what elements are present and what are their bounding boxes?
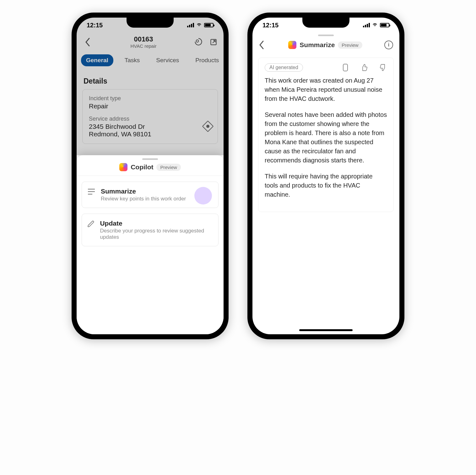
- info-icon[interactable]: i: [384, 41, 393, 49]
- service-address-label: Service address: [89, 116, 211, 122]
- summary-body: This work order was created on Aug 27 wh…: [265, 76, 387, 199]
- details-heading: Details: [77, 71, 224, 89]
- open-external-icon[interactable]: [209, 38, 218, 46]
- sheet-title: Copilot: [131, 163, 153, 171]
- screen-right: 12:15 Summarize Preview i: [252, 18, 399, 334]
- home-indicator[interactable]: [299, 329, 353, 331]
- phone-right: 12:15 Summarize Preview i: [247, 13, 404, 339]
- copilot-icon[interactable]: [194, 38, 203, 46]
- wifi-icon: [196, 23, 202, 28]
- page-subtitle: HVAC repair: [95, 43, 192, 49]
- back-button[interactable]: [82, 36, 93, 48]
- tab-general[interactable]: General: [81, 54, 113, 66]
- status-time: 12:15: [87, 22, 103, 29]
- address-line-1: 2345 Birchwood Dr: [89, 123, 211, 130]
- tab-tasks[interactable]: Tasks: [120, 54, 145, 66]
- details-card: Incident type Repair Service address 234…: [82, 89, 218, 144]
- summarize-title: Summarize: [101, 188, 186, 195]
- copy-icon[interactable]: [341, 63, 349, 72]
- summary-icon: [87, 188, 96, 195]
- page-title: 00163: [95, 35, 192, 43]
- summarize-page-title: Summarize: [300, 41, 335, 49]
- summary-card: AI generated Thi: [258, 57, 394, 212]
- pencil-icon: [87, 220, 95, 228]
- battery-icon: [204, 23, 214, 27]
- address-line-2: Redmond, WA 98101: [89, 130, 211, 138]
- sheet-drag-handle[interactable]: [142, 158, 158, 160]
- update-action[interactable]: Update Describe your progress to review …: [82, 214, 219, 246]
- preview-chip: Preview: [156, 164, 181, 171]
- signal-icon: [187, 23, 194, 27]
- summarize-subtitle: Review key points in this work order: [101, 196, 186, 202]
- signal-icon: [363, 23, 370, 27]
- tab-products[interactable]: Products: [190, 54, 224, 66]
- status-bar: 12:15: [77, 18, 224, 33]
- incident-type-value: Repair: [89, 102, 211, 110]
- tab-bar: General Tasks Services Products Tir: [77, 50, 224, 71]
- preview-chip: Preview: [338, 41, 362, 49]
- summarize-action[interactable]: Summarize Review key points in this work…: [82, 182, 219, 208]
- tab-services[interactable]: Services: [151, 54, 184, 66]
- thumbs-up-icon[interactable]: [360, 63, 368, 72]
- battery-icon: [380, 23, 389, 27]
- status-bar: 12:15: [252, 18, 399, 33]
- copilot-sheet: Copilot Preview Summarize Review key poi…: [77, 155, 224, 334]
- ai-generated-chip: AI generated: [265, 63, 303, 72]
- update-title: Update: [100, 220, 213, 227]
- nav-header: 00163 HVAC repair: [77, 33, 224, 50]
- status-time: 12:15: [262, 22, 279, 29]
- incident-type-label: Incident type: [89, 95, 211, 102]
- summary-paragraph: This work order was created on Aug 27 wh…: [265, 76, 387, 103]
- copilot-logo-icon: [119, 163, 127, 171]
- thumbs-down-icon[interactable]: [379, 63, 387, 72]
- copilot-logo-icon: [288, 41, 296, 49]
- summarize-header: Summarize Preview i: [252, 36, 399, 52]
- update-subtitle: Describe your progress to review suggest…: [100, 228, 213, 240]
- phone-left: 12:15 00163 HVAC repair: [72, 13, 229, 339]
- svg-rect-4: [343, 64, 348, 71]
- svg-point-0: [196, 40, 198, 42]
- summary-paragraph: Several notes have been added with photo…: [265, 110, 387, 165]
- wifi-icon: [372, 23, 378, 28]
- status-icons: [363, 23, 389, 28]
- status-icons: [187, 23, 214, 28]
- tap-highlight: [194, 187, 212, 205]
- back-button[interactable]: [259, 41, 266, 49]
- summary-paragraph: This will require having the appropriate…: [265, 172, 387, 199]
- screen-left: 12:15 00163 HVAC repair: [77, 18, 224, 334]
